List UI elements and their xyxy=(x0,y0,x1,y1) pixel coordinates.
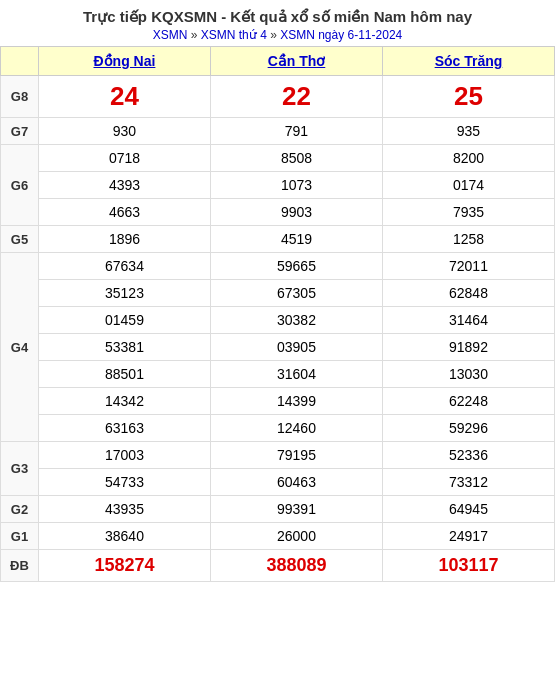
breadcrumb: XSMN » XSMN thứ 4 » XSMN ngày 6-11-2024 xyxy=(4,28,551,42)
cell-value: 791 xyxy=(210,118,382,145)
cell-value: 4663 xyxy=(38,199,210,226)
cell-value: 25 xyxy=(382,76,554,118)
cell-value: 0718 xyxy=(38,145,210,172)
cell-value: 31604 xyxy=(210,361,382,388)
cell-value: 24917 xyxy=(382,523,554,550)
cell-value: 62248 xyxy=(382,388,554,415)
table-row: G4676345966572011 xyxy=(1,253,555,280)
cell-value: 0174 xyxy=(382,172,554,199)
cell-value: 24 xyxy=(38,76,210,118)
row-label: G6 xyxy=(1,145,39,226)
cell-value: 38640 xyxy=(38,523,210,550)
table-row: ĐB158274388089103117 xyxy=(1,550,555,582)
cell-value: 62848 xyxy=(382,280,554,307)
table-row: 014593038231464 xyxy=(1,307,555,334)
cell-value: 4393 xyxy=(38,172,210,199)
table-row: 351236730562848 xyxy=(1,280,555,307)
cell-value: 73312 xyxy=(382,469,554,496)
cell-value: 935 xyxy=(382,118,554,145)
table-row: G3170037919552336 xyxy=(1,442,555,469)
row-label: G1 xyxy=(1,523,39,550)
page-title: Trực tiếp KQXSMN - Kết quả xổ số miền Na… xyxy=(4,8,551,26)
table-row: G7930791935 xyxy=(1,118,555,145)
cell-value: 388089 xyxy=(210,550,382,582)
cell-value: 64945 xyxy=(382,496,554,523)
table-row: 533810390591892 xyxy=(1,334,555,361)
table-row: 439310730174 xyxy=(1,172,555,199)
row-label: G7 xyxy=(1,118,39,145)
nav-link-xsmn[interactable]: XSMN xyxy=(153,28,188,42)
cell-value: 930 xyxy=(38,118,210,145)
cell-value: 60463 xyxy=(210,469,382,496)
cell-value: 12460 xyxy=(210,415,382,442)
table-row: G5189645191258 xyxy=(1,226,555,253)
cell-value: 63163 xyxy=(38,415,210,442)
lottery-table: Đồng Nai Cần Thơ Sóc Trăng G8242225G7930… xyxy=(0,46,555,582)
nav-link-thu4[interactable]: XSMN thứ 4 xyxy=(201,28,267,42)
cell-value: 158274 xyxy=(38,550,210,582)
table-row: 885013160413030 xyxy=(1,361,555,388)
table-row: G1386402600024917 xyxy=(1,523,555,550)
cell-value: 8200 xyxy=(382,145,554,172)
cell-value: 22 xyxy=(210,76,382,118)
cell-value: 103117 xyxy=(382,550,554,582)
row-label: G3 xyxy=(1,442,39,496)
cell-value: 31464 xyxy=(382,307,554,334)
table-row: G6071885088200 xyxy=(1,145,555,172)
row-label: G8 xyxy=(1,76,39,118)
cell-value: 1258 xyxy=(382,226,554,253)
cell-value: 53381 xyxy=(38,334,210,361)
col-header-cantho[interactable]: Cần Thơ xyxy=(210,47,382,76)
cell-value: 1896 xyxy=(38,226,210,253)
cell-value: 1073 xyxy=(210,172,382,199)
cell-value: 4519 xyxy=(210,226,382,253)
cell-value: 43935 xyxy=(38,496,210,523)
cell-value: 26000 xyxy=(210,523,382,550)
cell-value: 03905 xyxy=(210,334,382,361)
cell-value: 67634 xyxy=(38,253,210,280)
nav-link-date[interactable]: XSMN ngày 6-11-2024 xyxy=(280,28,402,42)
table-row: 631631246059296 xyxy=(1,415,555,442)
cell-value: 67305 xyxy=(210,280,382,307)
page-header: Trực tiếp KQXSMN - Kết quả xổ số miền Na… xyxy=(0,0,555,46)
col-label-empty xyxy=(1,47,39,76)
cell-value: 59665 xyxy=(210,253,382,280)
cell-value: 17003 xyxy=(38,442,210,469)
table-row: 466399037935 xyxy=(1,199,555,226)
table-row: G8242225 xyxy=(1,76,555,118)
cell-value: 54733 xyxy=(38,469,210,496)
cell-value: 8508 xyxy=(210,145,382,172)
table-row: 547336046373312 xyxy=(1,469,555,496)
cell-value: 9903 xyxy=(210,199,382,226)
col-header-soctrang[interactable]: Sóc Trăng xyxy=(382,47,554,76)
cell-value: 30382 xyxy=(210,307,382,334)
cell-value: 59296 xyxy=(382,415,554,442)
row-label: G4 xyxy=(1,253,39,442)
cell-value: 79195 xyxy=(210,442,382,469)
cell-value: 91892 xyxy=(382,334,554,361)
cell-value: 35123 xyxy=(38,280,210,307)
table-row: 143421439962248 xyxy=(1,388,555,415)
cell-value: 99391 xyxy=(210,496,382,523)
row-label: G5 xyxy=(1,226,39,253)
cell-value: 52336 xyxy=(382,442,554,469)
row-label: ĐB xyxy=(1,550,39,582)
cell-value: 72011 xyxy=(382,253,554,280)
cell-value: 14342 xyxy=(38,388,210,415)
cell-value: 14399 xyxy=(210,388,382,415)
col-header-dongnai[interactable]: Đồng Nai xyxy=(38,47,210,76)
cell-value: 01459 xyxy=(38,307,210,334)
table-row: G2439359939164945 xyxy=(1,496,555,523)
cell-value: 7935 xyxy=(382,199,554,226)
cell-value: 88501 xyxy=(38,361,210,388)
row-label: G2 xyxy=(1,496,39,523)
cell-value: 13030 xyxy=(382,361,554,388)
